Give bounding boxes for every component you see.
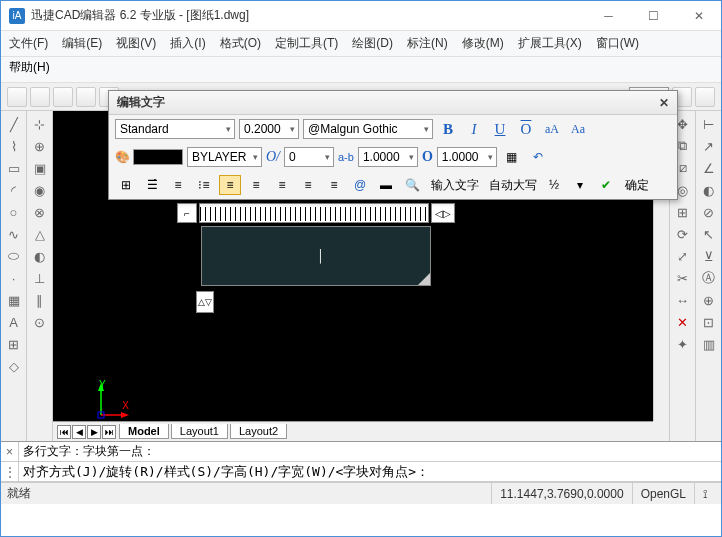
ruler-toggle-icon[interactable]: ▦ [501,147,523,167]
menu-annotate[interactable]: 标注(N) [407,35,448,52]
tab-nav-next-icon[interactable]: ▶ [87,425,101,439]
dim-button[interactable]: ⊕ [700,291,718,309]
width-factor-combo[interactable]: 1.0000 [437,147,497,167]
align-justify-button[interactable]: ≡ [297,175,319,195]
modify-scale-icon[interactable]: ⤢ [674,247,692,265]
case-upper-button[interactable]: aA [541,119,563,139]
italic-button[interactable]: I [463,119,485,139]
auto-caps-button[interactable]: 自动大写 [487,177,539,194]
menu-modify[interactable]: 修改(M) [462,35,504,52]
menu-format[interactable]: 格式(O) [220,35,261,52]
status-ucs-icon[interactable]: ⟟ [694,483,715,504]
tab-model[interactable]: Model [119,424,169,439]
tool-button[interactable]: △ [31,225,49,243]
tab-nav-first-icon[interactable]: ⏮ [57,425,71,439]
tab-layout1[interactable]: Layout1 [171,424,228,439]
modify-explode-icon[interactable]: ✦ [674,335,692,353]
toolbar-new-icon[interactable] [7,87,27,107]
align-center-button[interactable]: ≡ [245,175,267,195]
menu-ext-tools[interactable]: 扩展工具(X) [518,35,582,52]
case-lower-button[interactable]: Aa [567,119,589,139]
text-style-combo[interactable]: Standard [115,119,235,139]
dim-button[interactable]: ⊡ [700,313,718,331]
ok-button[interactable]: 确定 [621,177,653,194]
menu-window[interactable]: 窗口(W) [596,35,639,52]
menu-custom-tools[interactable]: 定制工具(T) [275,35,338,52]
tool-button[interactable]: ◐ [31,247,49,265]
dialog-titlebar[interactable]: 编辑文字 ✕ [109,91,677,115]
dim-angular-icon[interactable]: ∠ [700,159,718,177]
oblique-combo[interactable]: 0 [284,147,334,167]
dim-button[interactable]: ▥ [700,335,718,353]
line-spacing-icon[interactable]: ☰̂ [141,175,163,195]
modify-trim-icon[interactable]: ✂ [674,269,692,287]
justify-icon[interactable]: ⊞ [115,175,137,195]
menu-insert[interactable]: 插入(I) [170,35,205,52]
dim-aligned-icon[interactable]: ↗ [700,137,718,155]
tool-spline-icon[interactable]: ∿ [5,225,23,243]
dim-leader-icon[interactable]: ↖ [700,225,718,243]
tool-block-icon[interactable]: ⊞ [5,335,23,353]
menu-view[interactable]: 视图(V) [116,35,156,52]
minimize-button[interactable]: ─ [586,1,631,31]
symbol-at-icon[interactable]: @ [349,175,371,195]
command-handle-icon[interactable]: ⋮ [1,462,19,481]
field-icon[interactable]: ▬ [375,175,397,195]
check-icon[interactable]: ✔ [595,175,617,195]
undo-icon[interactable]: ↶ [527,147,549,167]
overline-button[interactable]: O [515,119,537,139]
bullets-icon[interactable]: ⁝≡ [193,175,215,195]
tool-circle-icon[interactable]: ○ [5,203,23,221]
modify-erase-icon[interactable]: ✕ [674,313,692,331]
text-ruler[interactable] [199,203,429,223]
bold-button[interactable]: B [437,119,459,139]
tool-button[interactable]: ⊕ [31,137,49,155]
close-button[interactable]: ✕ [676,1,721,31]
toolbar-button[interactable] [695,87,715,107]
command-input[interactable]: 对齐方式(J)/旋转(R)/样式(S)/字高(H)/字宽(W)/<字块对角点>： [19,463,721,481]
ruler-width-arrows[interactable]: ◁▷ [431,203,455,223]
tool-hatch-icon[interactable]: ▦ [5,291,23,309]
tool-point-icon[interactable]: · [5,269,23,287]
toolbar-open-icon[interactable] [30,87,50,107]
find-icon[interactable]: 🔍 [401,175,423,195]
numbering-icon[interactable]: ≡ [167,175,189,195]
color-picker-icon[interactable]: 🎨 [115,147,129,167]
align-left-button[interactable]: ≡ [219,175,241,195]
drawing-canvas[interactable]: 编辑文字 ✕ Standard 0.2000 @Malgun Gothic B … [53,111,669,441]
menu-help[interactable]: 帮助(H) [9,60,50,74]
dialog-close-icon[interactable]: ✕ [659,96,669,110]
tool-arc-icon[interactable]: ◜ [5,181,23,199]
tool-line-icon[interactable]: ╱ [5,115,23,133]
dim-diameter-icon[interactable]: ⊘ [700,203,718,221]
tool-misc-icon[interactable]: ◇ [5,357,23,375]
modify-array-icon[interactable]: ⊞ [674,203,692,221]
menu-file[interactable]: 文件(F) [9,35,48,52]
layer-combo[interactable]: BYLAYER [187,147,262,167]
tool-polyline-icon[interactable]: ⌇ [5,137,23,155]
tool-button[interactable]: ⊙ [31,313,49,331]
dim-linear-icon[interactable]: ⊢ [700,115,718,133]
tab-layout2[interactable]: Layout2 [230,424,287,439]
dim-button[interactable]: Ⓐ [700,269,718,287]
underline-button[interactable]: U [489,119,511,139]
text-font-combo[interactable]: @Malgun Gothic [303,119,433,139]
align-distribute-button[interactable]: ≡ [323,175,345,195]
align-right-button[interactable]: ≡ [271,175,293,195]
command-close-icon[interactable]: × [1,442,19,461]
tool-button[interactable]: ∥ [31,291,49,309]
tracking-combo[interactable]: 1.0000 [358,147,418,167]
tool-rect-icon[interactable]: ▭ [5,159,23,177]
dim-button[interactable]: ⊻ [700,247,718,265]
tool-button[interactable]: ◉ [31,181,49,199]
text-height-combo[interactable]: 0.2000 [239,119,299,139]
ruler-corner-icon[interactable]: ⌐ [177,203,197,223]
tab-nav-prev-icon[interactable]: ◀ [72,425,86,439]
menu-draw[interactable]: 绘图(D) [352,35,393,52]
modify-extend-icon[interactable]: ↔ [674,291,692,309]
toolbar-save-icon[interactable] [53,87,73,107]
tab-nav-last-icon[interactable]: ⏭ [102,425,116,439]
input-text-button[interactable]: 输入文字 [427,177,483,194]
tool-ellipse-icon[interactable]: ⬭ [5,247,23,265]
options-icon[interactable]: ▾ [569,175,591,195]
